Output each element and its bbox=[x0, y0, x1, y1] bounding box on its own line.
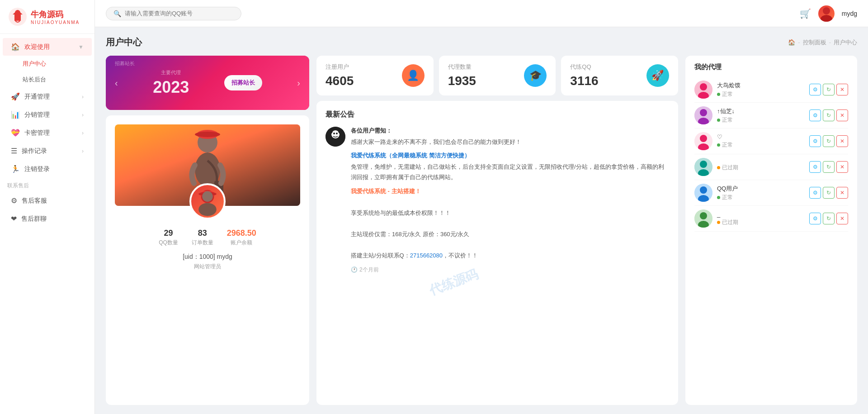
agent-info-3: 已过期 bbox=[717, 163, 809, 171]
agent-actions-0: ⚙ ↻ ✕ bbox=[809, 84, 848, 95]
sidebar-item-operation-log[interactable]: ☰ 操作记录 › bbox=[3, 142, 92, 160]
sidebar-item-logout[interactable]: 🏃 注销登录 bbox=[3, 160, 92, 178]
agent-refresh-button-2[interactable]: ↻ bbox=[823, 135, 835, 147]
status-dot-1 bbox=[717, 119, 720, 122]
breadcrumb-sep2: - bbox=[829, 39, 831, 46]
agent-info-2: ♡ 正常 bbox=[717, 133, 809, 149]
sidebar-sub-user-center-label: 用户中心 bbox=[23, 60, 46, 68]
list-item: ↑仙芝↓ 正常 ⚙ ↻ ✕ bbox=[694, 103, 848, 128]
ann-footer: 🕐 2个月前 bbox=[351, 266, 669, 274]
sidebar-item-after-sale-group[interactable]: ❤ 售后群聊 bbox=[3, 210, 92, 228]
ann-section2-body: 享受系统给与的最低成本价权限！！！ 主站现价仅需：168元/永久 原价：360元… bbox=[351, 197, 669, 261]
svg-point-33 bbox=[700, 161, 707, 168]
stat-balance: 2968.50 账户余额 bbox=[227, 228, 256, 247]
sidebar-item-welcome[interactable]: 🏠 欢迎使用 ▼ bbox=[3, 38, 92, 56]
agent-gear-button-3[interactable]: ⚙ bbox=[809, 161, 821, 173]
agent-gear-button-1[interactable]: ⚙ bbox=[809, 109, 821, 121]
page-header: 用户中心 bbox=[106, 36, 142, 48]
agent-gear-button-2[interactable]: ⚙ bbox=[809, 135, 821, 147]
search-input[interactable] bbox=[125, 10, 234, 17]
qq-count-number: 29 bbox=[159, 228, 178, 238]
sidebar-item-customer-service[interactable]: ⚙ 售后客服 bbox=[3, 192, 92, 209]
agent-info-4: QQ用户 正常 bbox=[717, 185, 809, 201]
agent-delete-button-1[interactable]: ✕ bbox=[836, 109, 848, 121]
svg-point-22 bbox=[338, 128, 344, 134]
banner-prev-arrow[interactable]: ‹ bbox=[115, 78, 118, 88]
breadcrumb-home-icon: 🏠 bbox=[788, 39, 795, 46]
agent-status-5: 已过期 bbox=[717, 219, 809, 226]
breadcrumb: 🏠 - 控制面板 - 用户中心 bbox=[788, 38, 857, 47]
list-item: QQ用户 正常 ⚙ ↻ ✕ bbox=[694, 180, 848, 206]
sidebar-item-backend[interactable]: 站长后台 bbox=[3, 72, 92, 87]
sidebar-item-open-manage[interactable]: 🚀 开通管理 › bbox=[3, 88, 92, 105]
agent-refresh-button-4[interactable]: ↻ bbox=[823, 187, 835, 199]
banner-cta-button[interactable]: 招募站长 bbox=[224, 75, 262, 90]
agent-refresh-button-0[interactable]: ↻ bbox=[823, 84, 835, 95]
sidebar-item-service-label: 售后客服 bbox=[22, 197, 47, 205]
list-item: 大鸟烩馍 正常 ⚙ ↻ ✕ bbox=[694, 77, 848, 103]
breadcrumb-control-panel: 控制面板 bbox=[803, 38, 826, 47]
sidebar-item-log-label: 操作记录 bbox=[22, 147, 47, 155]
search-box[interactable]: 🔍 bbox=[106, 7, 241, 20]
svg-point-21 bbox=[327, 128, 333, 134]
topbar: 🔍 🛒 mydg bbox=[95, 0, 868, 27]
agent-gear-button-0[interactable]: ⚙ bbox=[809, 84, 821, 95]
ann-time: 2个月前 bbox=[359, 266, 379, 274]
logo-sub: NIUJIAOYUANMA bbox=[31, 20, 80, 25]
announcement-card: 最新公告 bbox=[316, 101, 678, 405]
status-text-2: 正常 bbox=[722, 141, 733, 149]
svg-point-39 bbox=[700, 212, 707, 219]
agent-delete-button-2[interactable]: ✕ bbox=[836, 135, 848, 147]
announcement-item: 各位用户需知： 感谢大家一路走来的不离不弃，我们也会尽自己的能力做到更好！ 我爱… bbox=[326, 127, 669, 274]
cart-icon[interactable]: 🛒 bbox=[800, 8, 811, 19]
sidebar-item-card-manage[interactable]: 💝 卡密管理 › bbox=[3, 124, 92, 142]
agent-delete-button-0[interactable]: ✕ bbox=[836, 84, 848, 95]
agents-icon: 🎓 bbox=[524, 64, 547, 87]
banner-main-label: 招募站长 bbox=[115, 60, 135, 67]
agent-refresh-button-3[interactable]: ↻ bbox=[823, 161, 835, 173]
agent-avatar-2 bbox=[694, 132, 712, 150]
svg-point-36 bbox=[700, 186, 707, 194]
chevron-down-icon: ▼ bbox=[78, 44, 84, 50]
rocket-icon: 🚀 bbox=[11, 92, 20, 101]
agent-gear-button-4[interactable]: ⚙ bbox=[809, 187, 821, 199]
agent-gear-button-5[interactable]: ⚙ bbox=[809, 213, 821, 224]
sidebar-logo: 牛角源码 NIUJIAOYUANMA bbox=[0, 0, 94, 34]
status-dot-5 bbox=[717, 221, 720, 224]
agent-actions-5: ⚙ ↻ ✕ bbox=[809, 213, 848, 224]
banner-sublabel: 主要代理 bbox=[161, 69, 181, 76]
middle-column: 注册用户 4605 👤 代理数量 1935 🎓 bbox=[316, 56, 678, 405]
user-avatar-top[interactable] bbox=[818, 5, 835, 22]
agent-delete-button-5[interactable]: ✕ bbox=[836, 213, 848, 224]
logo-text: 牛角源码 NIUJIAOYUANMA bbox=[31, 9, 80, 25]
agent-actions-4: ⚙ ↻ ✕ bbox=[809, 187, 848, 199]
agent-name-1: ↑仙芝↓ bbox=[717, 107, 809, 115]
order-count-label: 订单数量 bbox=[192, 239, 213, 247]
sidebar-item-dist-manage[interactable]: 📊 分销管理 › bbox=[3, 106, 92, 124]
ann-section1-title: 我爱代练系统（全网最稳系统 简洁方便快捷） bbox=[351, 152, 669, 160]
svg-point-20 bbox=[336, 133, 338, 134]
ann-content: 各位用户需知： 感谢大家一路走来的不离不弃，我们也会尽自己的能力做到更好！ 我爱… bbox=[351, 127, 669, 274]
sidebar-item-user-center[interactable]: 用户中心 bbox=[3, 56, 92, 71]
username-label[interactable]: mydg bbox=[842, 10, 857, 17]
stat-card-agents-num: 1935 bbox=[448, 74, 476, 88]
stat-card-users-left: 注册用户 4605 bbox=[326, 63, 354, 88]
agent-delete-button-3[interactable]: ✕ bbox=[836, 161, 848, 173]
status-text-0: 正常 bbox=[722, 90, 733, 98]
agent-avatar-1 bbox=[694, 106, 712, 124]
stat-qq-count: 29 QQ数量 bbox=[159, 228, 178, 247]
agent-avatar-5 bbox=[694, 209, 712, 228]
banner-next-arrow[interactable]: › bbox=[297, 78, 300, 88]
after-sale-section: 联系售后 bbox=[0, 178, 94, 191]
chevron-right-icon3: › bbox=[82, 130, 84, 136]
svg-point-7 bbox=[195, 132, 220, 137]
agent-delete-button-4[interactable]: ✕ bbox=[836, 187, 848, 199]
ann-intro: 感谢大家一路走来的不离不弃，我们也会尽自己的能力做到更好！ bbox=[351, 138, 669, 147]
sidebar-item-group-label: 售后群聊 bbox=[21, 215, 47, 223]
agent-status-1: 正常 bbox=[717, 116, 809, 124]
agent-refresh-button-1[interactable]: ↻ bbox=[823, 109, 835, 121]
search-icon: 🔍 bbox=[113, 10, 121, 17]
agent-refresh-button-5[interactable]: ↻ bbox=[823, 213, 835, 224]
stat-card-qq-left: 代练QQ 3116 bbox=[570, 63, 598, 88]
status-text-1: 正常 bbox=[722, 116, 733, 124]
